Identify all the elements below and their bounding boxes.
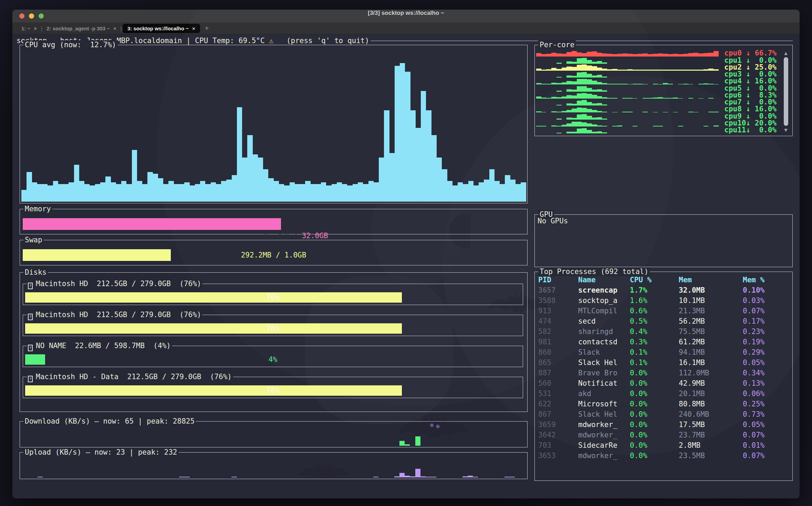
process-pid: 560 [538,378,578,388]
disk-usage-label: 76% [25,292,521,303]
process-memp: 0.01% [743,440,792,451]
process-memp: 0.06% [743,388,792,399]
per-core-panel: Per-core cpu0 ↓ 66.7%cpu1 ↓ 0.0%cpu2 ↓ 2… [534,45,793,136]
swap-gauge: 292.2MB / 1.0GB [23,249,524,261]
process-memp: 0.25% [743,399,792,409]
swap-title: Swap [23,235,44,244]
process-mem: 23.7MB [679,430,743,440]
process-memp: 0.05% [743,357,792,368]
core-sparkline [536,78,719,84]
titlebar[interactable]: [3/3] socktop ws://localho ~ [12,10,800,22]
download-panel: Download (KB/s) — now: 65 | peak: 28825 [20,421,528,447]
process-row: 3653mdworker_0.0%23.5MB0.07% [535,451,792,461]
process-name: MTLCompil [578,306,630,316]
per-core-scrollbar[interactable]: ▲ ▼ [781,50,791,133]
disk-title: ?Macintosh HD 212.5GB / 279.0GB (76%) [27,279,202,289]
memory-gauge: 16.2GB / 32.0GB [23,218,524,230]
process-memp: 0.05% [743,419,792,430]
memory-total: 32.0GB [298,232,328,240]
process-name: socktop_a [578,295,630,306]
core-sparkline [536,71,719,78]
process-memp: 0.19% [743,337,792,347]
core-sparkline [536,50,719,57]
tab-1[interactable]: 1: ~ × [18,24,40,33]
tab-2[interactable]: 2: socktop_agent -p 303 ~ × [43,24,120,33]
process-cpu: 1.7% [630,285,679,295]
process-pid: 3588 [538,295,578,306]
process-mem: 32.0MB [679,285,743,295]
disk-title: ?NO NAME 22.6MB / 598.7MB (4%) [27,341,172,351]
process-name: Notificat [578,378,630,388]
process-mem: 10.1MB [679,295,743,306]
quit-hint: (press 'q' to quit) [273,37,369,45]
close-window-icon[interactable] [19,13,24,19]
disk-panel: ?Macintosh HD - Data 212.5GB / 279.0GB (… [23,377,523,398]
col-name: Name [578,275,630,285]
process-pid: 865 [538,357,578,368]
process-name: SidecarRe [578,440,630,451]
core-sparkline [536,57,719,64]
process-cpu: 0.1% [630,347,679,357]
per-core-rows: cpu0 ↓ 66.7%cpu1 ↓ 0.0%cpu2 ↓ 25.0%cpu3 … [536,50,777,134]
memory-title: Memory [23,204,52,213]
process-row: 622Microsoft0.0%80.8MB0.25% [535,399,792,409]
core-label: cpu11↓ 0.0% [724,126,777,134]
tab-3-active[interactable]: 3: socktop ws://localho ~ × [123,24,200,33]
col-cpu: CPU % [630,275,679,285]
process-mem: 94.1MB [679,347,743,357]
process-cpu: 0.0% [630,388,679,399]
core-sparkline [536,64,719,71]
process-row: 913MTLCompil0.6%21.3MB0.07% [535,306,792,316]
scroll-up-icon[interactable]: ▲ [784,50,787,56]
tab-1-close-icon[interactable]: × [34,26,37,31]
process-row: 560Notificat0.0%42.9MB0.13% [535,378,792,388]
col-pid: PID [538,275,578,285]
process-mem: 61.2MB [679,337,743,347]
process-cpu: 0.0% [630,409,679,419]
core-row: cpu11↓ 0.0% [536,127,777,134]
process-row: 703SidecarRe0.0%2.8MB0.01% [535,440,792,451]
process-name: akd [578,388,630,399]
zoom-window-icon[interactable] [39,13,44,19]
tab-bar: 1: ~ × | 2: socktop_agent -p 303 ~ × | 3… [12,22,800,34]
process-cpu: 0.6% [630,306,679,316]
process-mem: 112.0MB [679,368,743,378]
process-name: sharingd [578,326,630,337]
process-row: 867Slack Hel0.0%240.6MB0.73% [535,409,792,419]
cpu-avg-panel: CPU avg (now: 12.7%) [20,45,528,203]
process-memp: 0.13% [743,378,792,388]
new-tab-button[interactable]: + [205,24,209,32]
process-row: 981contactsd0.3%61.2MB0.19% [535,337,792,347]
core-sparkline [536,85,719,92]
process-pid: 860 [538,347,578,357]
process-row: 865Slack Hel0.1%16.1MB0.05% [535,357,792,368]
process-pid: 3653 [538,451,578,461]
process-memp: 0.17% [743,316,792,326]
process-name: Slack Hel [578,409,630,419]
traffic-lights [19,13,44,19]
tab-3-close-icon[interactable]: × [192,26,195,31]
process-cpu: 0.3% [630,337,679,347]
process-pid: 474 [538,316,578,326]
disk-title: ?Macintosh HD - Data 212.5GB / 279.0GB (… [27,372,233,382]
tab-2-close-icon[interactable]: × [113,26,116,31]
process-memp: 0.07% [743,430,792,440]
core-sparkline [536,106,719,112]
process-name: mdworker_ [578,451,630,461]
process-cpu: 0.0% [630,378,679,388]
header-rule [371,41,793,41]
scrollbar-thumb[interactable] [784,57,788,126]
process-memp: 0.23% [743,326,792,337]
disk-title: ?Macintosh HD 212.5GB / 279.0GB (76%) [27,310,202,320]
disk-panel: ?Macintosh HD 212.5GB / 279.0GB (76%)76% [23,315,523,336]
scroll-down-icon[interactable]: ▼ [784,127,787,133]
upload-chart [22,459,525,477]
process-cpu: 1.6% [630,295,679,306]
disks-title: Disks [23,268,48,277]
process-memp: 0.29% [743,347,792,357]
minimize-window-icon[interactable] [29,13,34,19]
process-row: 887Brave Bro0.0%112.0MB0.34% [535,368,792,378]
process-mem: 21.3MB [679,306,743,316]
core-sparkline [536,120,719,126]
gpu-status: No GPUs [538,217,568,225]
